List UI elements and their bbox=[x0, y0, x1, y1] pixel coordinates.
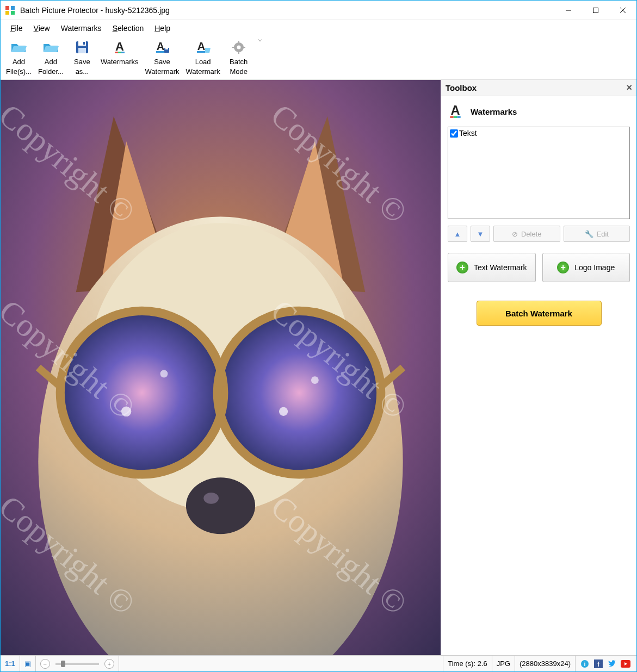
svg-text:A: A bbox=[157, 40, 164, 52]
svg-text:A: A bbox=[115, 40, 124, 53]
svg-point-31 bbox=[186, 477, 255, 534]
status-dimensions: (2880x3839x24) bbox=[515, 656, 576, 671]
svg-text:A: A bbox=[197, 40, 205, 52]
svg-rect-13 bbox=[115, 52, 118, 53]
zoom-controls: − + bbox=[36, 656, 119, 671]
text-watermark-button[interactable]: + Text Watermark bbox=[448, 253, 536, 282]
move-down-button[interactable]: ▼ bbox=[471, 226, 490, 242]
svg-rect-2 bbox=[5, 11, 9, 15]
status-spacer bbox=[119, 656, 443, 671]
svg-rect-26 bbox=[232, 47, 234, 48]
svg-rect-3 bbox=[11, 11, 15, 15]
svg-rect-21 bbox=[197, 51, 206, 53]
maximize-button[interactable] bbox=[582, 1, 609, 20]
svg-rect-44 bbox=[450, 116, 453, 118]
folder-open-icon bbox=[10, 40, 27, 55]
edit-button[interactable]: 🔧Edit bbox=[564, 226, 630, 242]
minimize-button[interactable] bbox=[555, 1, 582, 20]
svg-rect-45 bbox=[454, 116, 457, 118]
tool-add-files[interactable]: Add File(s)... bbox=[3, 38, 35, 78]
svg-point-40 bbox=[160, 370, 168, 378]
plus-icon: + bbox=[456, 262, 468, 273]
twitter-icon[interactable] bbox=[607, 659, 617, 668]
batch-watermark-button[interactable]: Batch Watermark bbox=[477, 301, 602, 326]
menu-selection[interactable]: Selection bbox=[107, 22, 150, 35]
menu-view[interactable]: View bbox=[28, 22, 55, 35]
wrench-icon: 🔧 bbox=[585, 230, 593, 238]
watermark-item-label: Tekst bbox=[459, 129, 477, 138]
tool-watermarks[interactable]: A Watermarks bbox=[97, 38, 142, 69]
svg-rect-10 bbox=[78, 48, 86, 53]
chevron-down-icon: ▼ bbox=[477, 230, 484, 238]
zoom-in-button[interactable]: + bbox=[104, 659, 114, 669]
svg-text:i: i bbox=[584, 661, 585, 667]
svg-rect-27 bbox=[243, 47, 245, 48]
menu-watermarks[interactable]: Watermarks bbox=[55, 22, 107, 35]
svg-point-41 bbox=[279, 407, 288, 416]
letter-a-save-icon: A bbox=[154, 40, 170, 55]
tool-batch-mode[interactable]: Batch Mode bbox=[224, 38, 254, 78]
watermark-item[interactable]: Tekst bbox=[449, 128, 628, 138]
close-button[interactable] bbox=[609, 1, 636, 20]
toolbox-header: Toolbox × bbox=[441, 80, 636, 96]
menubar: File View Watermarks Selection Help bbox=[1, 20, 636, 36]
letter-a-icon: A bbox=[113, 40, 127, 55]
info-icon[interactable]: i bbox=[580, 659, 590, 668]
letter-a-icon: A bbox=[448, 104, 463, 119]
statusbar: 1:1 ▣ − + Time (s): 2.6 JPG (2880x3839x2… bbox=[1, 655, 636, 671]
fit-icon: ▣ bbox=[24, 659, 31, 668]
save-icon bbox=[75, 40, 89, 55]
svg-rect-19 bbox=[165, 48, 168, 49]
svg-text:A: A bbox=[450, 104, 460, 117]
zoom-slider[interactable] bbox=[55, 663, 99, 665]
svg-rect-11 bbox=[83, 42, 85, 45]
tool-save-watermark[interactable]: A Save Watermark bbox=[142, 38, 183, 78]
svg-rect-0 bbox=[5, 6, 9, 10]
svg-point-42 bbox=[311, 376, 319, 384]
logo-image-button[interactable]: + Logo Image bbox=[542, 253, 630, 282]
svg-rect-25 bbox=[238, 52, 239, 54]
image-canvas[interactable]: Copyright © Copyright © Copyright © Copy… bbox=[1, 80, 441, 655]
watermark-item-checkbox[interactable] bbox=[450, 129, 458, 138]
zoom-out-button[interactable]: − bbox=[40, 659, 50, 669]
svg-point-39 bbox=[121, 407, 131, 416]
svg-rect-46 bbox=[457, 116, 460, 118]
window-title: Batch Picture Protector - husky-5212365.… bbox=[20, 6, 555, 15]
menu-file[interactable]: File bbox=[5, 22, 28, 35]
zoom-ratio-button[interactable]: 1:1 bbox=[1, 656, 20, 671]
folder-icon bbox=[42, 40, 59, 55]
toolbox-title: Toolbox bbox=[446, 83, 477, 92]
titlebar: Batch Picture Protector - husky-5212365.… bbox=[1, 1, 636, 20]
watermarks-section-title: Watermarks bbox=[471, 107, 517, 116]
svg-point-32 bbox=[203, 493, 219, 504]
svg-point-23 bbox=[237, 46, 240, 49]
svg-rect-24 bbox=[238, 41, 239, 43]
tool-load-watermark[interactable]: A Load Watermark bbox=[183, 38, 224, 78]
youtube-icon[interactable] bbox=[621, 659, 630, 668]
plus-icon: + bbox=[557, 262, 569, 273]
move-up-button[interactable]: ▲ bbox=[448, 226, 467, 242]
svg-rect-17 bbox=[156, 51, 165, 53]
content: Copyright © Copyright © Copyright © Copy… bbox=[1, 80, 636, 655]
facebook-icon[interactable]: f bbox=[593, 659, 603, 668]
fit-screen-button[interactable]: ▣ bbox=[20, 656, 36, 671]
letter-a-load-icon: A bbox=[195, 40, 211, 55]
toolbox-close-icon[interactable]: × bbox=[626, 82, 632, 94]
svg-rect-15 bbox=[121, 52, 125, 53]
toolbar-overflow-icon[interactable] bbox=[257, 38, 263, 46]
watermarks-section-header: A Watermarks bbox=[441, 96, 636, 127]
gear-icon bbox=[232, 40, 245, 55]
toolbar: Add File(s)... Add Folder... Saveas... A… bbox=[1, 36, 636, 80]
svg-rect-5 bbox=[593, 8, 598, 13]
tool-save-as[interactable]: Saveas... bbox=[67, 38, 97, 78]
tool-add-folder[interactable]: Add Folder... bbox=[35, 38, 67, 78]
app-icon bbox=[5, 5, 16, 16]
watermark-list[interactable]: Tekst bbox=[448, 127, 630, 219]
status-format: JPG bbox=[492, 656, 515, 671]
chevron-up-icon: ▲ bbox=[454, 230, 461, 238]
stop-icon: ⊘ bbox=[512, 230, 518, 238]
menu-help[interactable]: Help bbox=[149, 22, 176, 35]
svg-rect-1 bbox=[11, 6, 15, 10]
social-links: i f bbox=[576, 656, 636, 671]
delete-button[interactable]: ⊘Delete bbox=[493, 226, 560, 242]
